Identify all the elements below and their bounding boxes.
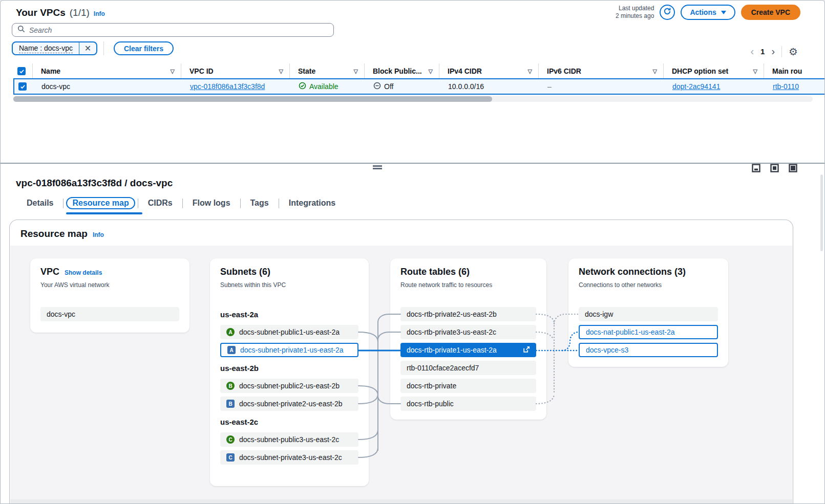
- filter-icon[interactable]: ▽: [279, 68, 283, 75]
- subnet-item-private3[interactable]: C docs-subnet-private3-us-east-2c: [220, 450, 358, 465]
- network-connections-column-subtitle: Connections to other networks: [579, 281, 718, 289]
- filter-icon[interactable]: ▽: [354, 68, 358, 75]
- column-header-block-public[interactable]: Block Public...▽: [364, 63, 439, 79]
- network-item-igw[interactable]: docs-igw: [579, 307, 718, 321]
- external-link-icon[interactable]: [523, 346, 530, 355]
- panel-side-button[interactable]: [770, 164, 779, 174]
- main-route-table-link[interactable]: rtb-0110: [773, 82, 799, 91]
- create-vpc-label: Create VPC: [751, 8, 790, 16]
- tab-separator: [279, 199, 279, 208]
- vpc-item[interactable]: docs-vpc: [40, 307, 179, 321]
- actions-button[interactable]: Actions: [681, 5, 735, 20]
- vertical-scrollbar-thumb[interactable]: [820, 174, 823, 251]
- column-header-vpc-id[interactable]: VPC ID▽: [181, 63, 289, 79]
- resource-map-title: Resource map: [20, 228, 88, 239]
- cell-state: Available: [290, 79, 365, 94]
- table-row[interactable]: docs-vpc vpc-018f086a13f3c3f8d Available…: [13, 78, 825, 95]
- subnet-item-label: docs-subnet-public3-us-east-2c: [239, 435, 339, 444]
- next-page-button[interactable]: ›: [771, 46, 775, 57]
- tab-resource-map[interactable]: Resource map: [66, 197, 135, 209]
- az-badge-public: A: [226, 328, 235, 336]
- vpc-console: Your VPCs (1/1) Info Last updated 2 minu…: [0, 0, 825, 504]
- vpc-id-link[interactable]: vpc-018f086a13f3c3f8d: [190, 82, 265, 91]
- column-header-dhcp[interactable]: DHCP option set▽: [663, 63, 764, 79]
- route-table-item[interactable]: docs-rtb-private3-us-east-2c: [400, 325, 536, 339]
- page-title: Your VPCs (1/1) Info: [16, 7, 105, 18]
- panel-bottom-button[interactable]: [752, 164, 760, 174]
- select-all-checkbox[interactable]: [17, 67, 26, 75]
- table-settings-button[interactable]: ⚙: [789, 47, 798, 57]
- subnet-item-public3[interactable]: C docs-subnet-public3-us-east-2c: [220, 432, 358, 447]
- az-heading: us-east-2b: [220, 364, 259, 372]
- column-header-state[interactable]: State▽: [289, 63, 364, 79]
- filter-icon[interactable]: ▽: [171, 68, 175, 75]
- tab-tags[interactable]: Tags: [243, 196, 276, 210]
- subnet-item-public1[interactable]: A docs-subnet-public1-us-east-2a: [220, 325, 358, 339]
- horizontal-scrollbar-thumb[interactable]: [13, 96, 492, 102]
- clear-filters-button[interactable]: Clear filters: [114, 41, 174, 55]
- cell-ipv4-cidr: 10.0.0.0/16: [440, 79, 539, 94]
- column-label: Main rou: [772, 67, 802, 75]
- subnet-item-public2[interactable]: B docs-subnet-public2-us-east-2b: [220, 379, 358, 393]
- resource-map-card: Resource map Info VPC Show details Your …: [9, 220, 793, 504]
- page-number: 1: [760, 47, 765, 56]
- tab-integrations[interactable]: Integrations: [282, 196, 343, 210]
- dhcp-option-set-link[interactable]: dopt-2ac94141: [672, 82, 720, 91]
- subnet-item-private2[interactable]: B docs-subnet-private2-us-east-2b: [220, 397, 358, 411]
- subnets-column: Subnets (6) Subnets within this VPC us-e…: [210, 258, 369, 486]
- subnet-item-label: docs-subnet-public1-us-east-2a: [239, 328, 340, 336]
- tab-separator: [182, 199, 183, 208]
- filter-token-remove-button[interactable]: ✕: [79, 42, 96, 54]
- az-heading: us-east-2c: [220, 418, 258, 426]
- tab-cidrs[interactable]: CIDRs: [141, 196, 180, 210]
- route-tables-column-subtitle: Route network traffic to resources: [400, 281, 536, 289]
- refresh-button[interactable]: [660, 5, 675, 20]
- column-header-name[interactable]: Name▽: [32, 63, 181, 79]
- column-label: IPv6 CIDR: [547, 67, 581, 75]
- route-table-item[interactable]: rtb-0110cface2acecfd7: [400, 361, 536, 375]
- route-table-item[interactable]: docs-rtb-private2-us-east-2b: [400, 307, 536, 321]
- subnet-item-label: docs-subnet-public2-us-east-2b: [239, 382, 340, 390]
- split-drag-handle[interactable]: [373, 165, 382, 169]
- panel-full-button[interactable]: [789, 164, 797, 174]
- route-table-item-label: docs-rtb-private: [407, 382, 456, 390]
- filter-icon[interactable]: ▽: [753, 68, 757, 75]
- table-header: Name▽ VPC ID▽ State▽ Block Public...▽ IP…: [13, 63, 825, 79]
- route-table-item[interactable]: docs-rtb-private: [400, 379, 536, 393]
- subnet-item-label: docs-subnet-private2-us-east-2b: [239, 400, 343, 408]
- filter-icon[interactable]: ▽: [429, 68, 433, 75]
- route-table-item[interactable]: docs-rtb-public: [400, 397, 536, 411]
- vpc-count: (1/1): [70, 7, 90, 18]
- off-badge: Off: [373, 82, 393, 91]
- tabs: Details Resource map CIDRs Flow logs Tag…: [19, 196, 343, 210]
- search-box: [12, 23, 334, 37]
- create-vpc-button[interactable]: Create VPC: [741, 5, 800, 20]
- az-badge-private: A: [227, 346, 236, 354]
- last-updated: Last updated 2 minutes ago: [616, 5, 654, 20]
- column-header-ipv4-cidr[interactable]: IPv4 CIDR▽: [439, 63, 538, 79]
- az-heading: us-east-2a: [220, 310, 258, 319]
- check-circle-icon: [299, 82, 306, 91]
- show-details-link[interactable]: Show details: [65, 269, 102, 276]
- tab-flow-logs[interactable]: Flow logs: [185, 196, 238, 210]
- route-table-item-selected[interactable]: docs-rtb-private1-us-east-2a: [400, 343, 536, 357]
- filter-icon[interactable]: ▽: [653, 68, 657, 75]
- filter-icon[interactable]: ▽: [528, 68, 532, 75]
- cell-ipv6-cidr: –: [539, 79, 664, 94]
- network-item-nat-highlighted[interactable]: docs-nat-public1-us-east-2a: [579, 325, 718, 339]
- route-tables-column-title: Route tables (6): [400, 267, 536, 277]
- cell-dhcp: dopt-2ac94141: [664, 79, 765, 94]
- resource-map-header: Resource map Info: [20, 228, 104, 239]
- page-title-text: Your VPCs: [16, 7, 66, 18]
- network-item-vpce-highlighted[interactable]: docs-vpce-s3: [579, 343, 718, 357]
- resource-map-bottom-strip: [10, 499, 792, 504]
- search-input[interactable]: [29, 26, 333, 34]
- column-header-ipv6-cidr[interactable]: IPv6 CIDR▽: [538, 63, 663, 79]
- row-checkbox[interactable]: [18, 82, 27, 91]
- tab-details[interactable]: Details: [19, 196, 60, 210]
- subnet-item-private1-selected[interactable]: A docs-subnet-private1-us-east-2a: [220, 343, 358, 357]
- prev-page-button[interactable]: ‹: [750, 46, 754, 57]
- resource-map-info-link[interactable]: Info: [93, 231, 104, 238]
- info-link[interactable]: Info: [94, 10, 105, 17]
- column-header-main-route[interactable]: Main rou: [764, 63, 825, 79]
